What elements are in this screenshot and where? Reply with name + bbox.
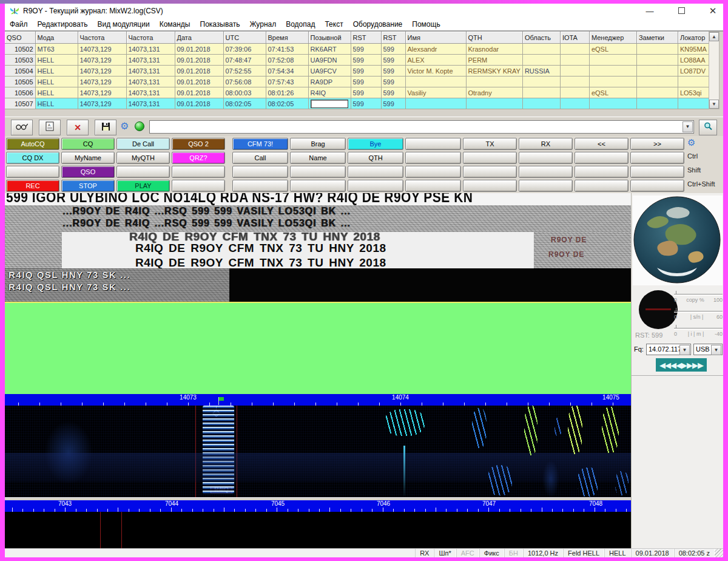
copy-scale-track[interactable] — [674, 290, 723, 296]
log-cell[interactable] — [466, 76, 522, 87]
log-cell[interactable] — [589, 66, 636, 76]
menu-item-оборудование[interactable]: Оборудование — [348, 19, 408, 30]
macro-button-cfm-73-[interactable]: CFM 73! — [232, 138, 288, 150]
macro-button-stop[interactable]: STOP — [61, 180, 115, 192]
rx-hell-display[interactable]: 599 IGOR ULYBINO LOC NO14LQ RDA NS-17 HW… — [5, 193, 631, 302]
macro-button-empty[interactable] — [405, 166, 461, 178]
macro-button-empty[interactable] — [172, 180, 225, 192]
macro-button-empty[interactable] — [6, 166, 59, 178]
tuning-step-arrows[interactable]: ◀◀◀◀ ▶▶▶▶ — [656, 358, 707, 372]
log-cell[interactable]: 14073,129 — [78, 66, 126, 76]
macro-button-empty[interactable] — [463, 166, 517, 178]
log-cell[interactable]: 599 — [351, 66, 381, 76]
log-column-header[interactable]: Время — [266, 32, 308, 44]
log-cell[interactable]: LO53qi — [678, 87, 709, 98]
waterfall-display[interactable]: R4IQ — [5, 406, 631, 497]
macro-button-tx[interactable]: TX — [463, 138, 517, 150]
log-cell[interactable]: eQSL — [589, 87, 636, 98]
log-cell[interactable] — [560, 44, 589, 55]
callsign-entry-field[interactable] — [311, 100, 348, 108]
macro-button-empty[interactable] — [575, 180, 629, 192]
log-cell[interactable]: KN95MA — [678, 44, 709, 55]
log-cell[interactable] — [560, 55, 589, 66]
macro-button-name[interactable]: Name — [290, 152, 346, 164]
combo-dropdown-icon[interactable]: ▼ — [682, 121, 693, 132]
macro-button-empty[interactable] — [290, 166, 346, 178]
delete-record-button[interactable]: ✕ — [67, 120, 89, 135]
macro-button-autocq[interactable]: AutoCQ — [6, 138, 59, 150]
macro-button-de-call[interactable]: De Call — [116, 138, 170, 150]
tx-text-area[interactable] — [5, 302, 631, 394]
log-column-header[interactable]: Частота — [126, 32, 175, 44]
log-cell[interactable]: 599 — [381, 66, 405, 76]
log-column-header[interactable]: Область — [522, 32, 560, 44]
menu-item-файл[interactable]: Файл — [5, 19, 33, 30]
macro-settings-gear-icon[interactable]: ⚙ — [687, 137, 695, 148]
log-column-header[interactable]: IOTA — [560, 32, 589, 44]
internet-gear-icon[interactable]: ⚙ — [120, 121, 129, 131]
log-cell[interactable]: 14073,131 — [126, 87, 175, 98]
log-cell[interactable]: ALEX — [405, 55, 466, 66]
log-cell[interactable]: UA9FCV — [308, 66, 351, 76]
log-row[interactable]: 10507HELL14073,12914073,13109.01.201808:… — [5, 98, 709, 109]
log-column-header[interactable]: QTH — [466, 32, 522, 44]
macro-button-empty[interactable] — [463, 152, 517, 164]
menu-item-водопад[interactable]: Водопад — [281, 19, 320, 30]
log-cell[interactable]: LO88AA — [678, 55, 709, 66]
log-cell[interactable]: 599 — [381, 76, 405, 87]
macro-button-myqth[interactable]: MyQTH — [116, 152, 170, 164]
log-cell[interactable] — [522, 44, 560, 55]
log-cell[interactable]: Vasiliy — [405, 87, 466, 98]
log-cell[interactable] — [589, 55, 636, 66]
log-column-header[interactable]: Имя — [405, 32, 466, 44]
log-cell[interactable]: 599 — [381, 98, 405, 109]
log-vertical-scrollbar[interactable]: ▲ ▼ — [709, 32, 720, 109]
log-column-header[interactable]: Позывной — [308, 32, 351, 44]
log-cell[interactable]: 599 — [381, 87, 405, 98]
scroll-up-icon[interactable]: ▲ — [709, 32, 719, 41]
log-cell[interactable] — [308, 98, 351, 109]
log-cell[interactable] — [522, 98, 560, 109]
log-row[interactable]: 10502MT6314073,12914073,13109.01.201807:… — [5, 44, 709, 55]
close-button[interactable]: ✕ — [706, 5, 720, 16]
menu-item-команды[interactable]: Команды — [155, 19, 195, 30]
log-cell[interactable]: 14073,129 — [78, 87, 126, 98]
macro-button--[interactable]: << — [575, 138, 629, 150]
log-cell[interactable]: 599 — [381, 55, 405, 66]
frequency-dropdown-icon[interactable]: ▼ — [679, 345, 690, 355]
step-right-arrows-icon[interactable]: ▶▶▶▶ — [681, 361, 703, 370]
log-cell[interactable]: 08:00:03 — [223, 87, 266, 98]
tuning-scope[interactable] — [639, 290, 678, 329]
macro-button-empty[interactable] — [290, 180, 346, 192]
print-preview-button[interactable]: A — [39, 120, 61, 135]
log-cell[interactable] — [522, 76, 560, 87]
macro-button-qrz-[interactable]: QRZ? — [172, 152, 225, 164]
log-cell[interactable]: 10506 — [5, 87, 35, 98]
log-column-header[interactable]: RST — [381, 32, 405, 44]
log-cell[interactable] — [560, 66, 589, 76]
log-cell[interactable]: 09.01.2018 — [175, 44, 223, 55]
log-cell[interactable]: 10507 — [5, 98, 35, 109]
log-column-header[interactable]: Заметки — [636, 32, 678, 44]
macro-button-rec[interactable]: REC — [6, 180, 59, 192]
log-cell[interactable]: 08:02:05 — [223, 98, 266, 109]
log-cell[interactable]: Krasnodar — [466, 44, 522, 55]
log-column-header[interactable]: UTC — [223, 32, 266, 44]
macro-button-rx[interactable]: RX — [519, 138, 573, 150]
log-cell[interactable] — [560, 87, 589, 98]
log-cell[interactable]: 09.01.2018 — [175, 66, 223, 76]
macro-button-cq[interactable]: CQ — [61, 138, 115, 150]
log-cell[interactable]: 09.01.2018 — [175, 98, 223, 109]
sub-waterfall-display[interactable] — [5, 512, 631, 548]
log-cell[interactable] — [636, 87, 678, 98]
sub-waterfall-frequency-scale[interactable]: 704370447045704670477048 — [5, 500, 631, 512]
macro-button-play[interactable]: PLAY — [116, 180, 170, 192]
log-cell[interactable]: 14073,129 — [78, 44, 126, 55]
macro-button-empty[interactable] — [405, 152, 461, 164]
log-cell[interactable] — [678, 76, 709, 87]
log-column-header[interactable]: Дата — [175, 32, 223, 44]
sn-scale-track[interactable] — [674, 307, 723, 313]
log-cell[interactable]: 14073,131 — [126, 66, 175, 76]
log-cell[interactable]: 599 — [381, 44, 405, 55]
log-cell[interactable] — [589, 76, 636, 87]
